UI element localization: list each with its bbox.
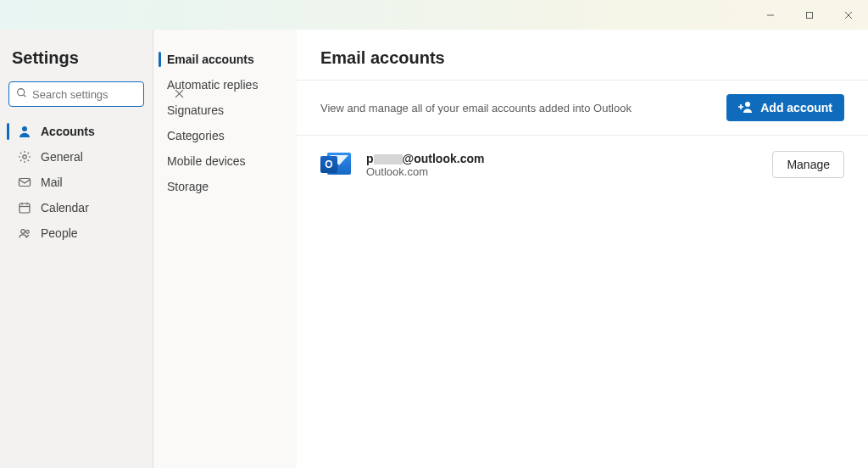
maximize-button[interactable] bbox=[790, 0, 829, 30]
svg-point-17 bbox=[745, 102, 750, 107]
subnav-item-label: Categories bbox=[167, 129, 225, 142]
main-header: Email accounts bbox=[297, 30, 868, 81]
account-type: Outlook.com bbox=[366, 165, 772, 178]
add-account-label: Add account bbox=[760, 101, 832, 114]
sidebar-item-label: Calendar bbox=[41, 201, 89, 214]
maximize-icon bbox=[805, 11, 814, 20]
svg-point-15 bbox=[21, 230, 25, 234]
sidebar-item-mail[interactable]: Mail bbox=[8, 170, 144, 195]
close-icon bbox=[844, 11, 853, 20]
subnav-item-storage[interactable]: Storage bbox=[153, 174, 297, 199]
sidebar-item-people[interactable]: People bbox=[8, 220, 144, 246]
manage-button[interactable]: Manage bbox=[772, 151, 844, 178]
svg-point-9 bbox=[23, 155, 26, 159]
svg-line-5 bbox=[24, 95, 25, 97]
sidebar-item-accounts[interactable]: Accounts bbox=[8, 119, 144, 144]
account-row: O pxxxx@outlook.com Outlook.com Manage bbox=[297, 136, 868, 193]
sidebar-item-label: Mail bbox=[41, 176, 63, 189]
page-title: Email accounts bbox=[320, 48, 844, 68]
sidebar-item-calendar[interactable]: Calendar bbox=[8, 195, 144, 220]
sidebar-item-label: People bbox=[41, 226, 78, 240]
mail-icon bbox=[17, 176, 32, 189]
settings-subnav: Email accounts Automatic replies Signatu… bbox=[153, 30, 297, 468]
account-email: pxxxx@outlook.com bbox=[366, 152, 772, 165]
account-info: pxxxx@outlook.com Outlook.com bbox=[366, 152, 772, 178]
svg-rect-10 bbox=[19, 179, 31, 187]
sidebar-item-label: Accounts bbox=[41, 125, 95, 138]
page-description: View and manage all of your email accoun… bbox=[320, 102, 632, 114]
subnav-item-automatic-replies[interactable]: Automatic replies bbox=[153, 72, 297, 98]
close-button[interactable] bbox=[829, 0, 868, 30]
add-person-icon bbox=[738, 99, 754, 117]
sidebar-item-general[interactable]: General bbox=[8, 144, 144, 170]
main-panel: Email accounts View and manage all of yo… bbox=[297, 30, 868, 468]
search-settings-box[interactable] bbox=[8, 81, 144, 107]
subnav-item-mobile-devices[interactable]: Mobile devices bbox=[153, 148, 297, 174]
svg-point-16 bbox=[26, 231, 30, 234]
gear-icon bbox=[17, 150, 32, 164]
sidebar-item-label: General bbox=[41, 150, 83, 164]
settings-title: Settings bbox=[12, 48, 141, 68]
description-row: View and manage all of your email accoun… bbox=[297, 81, 868, 136]
subnav-item-label: Automatic replies bbox=[167, 78, 258, 92]
title-bar bbox=[0, 0, 868, 30]
settings-sidebar: Settings Accounts General bbox=[0, 30, 153, 468]
minimize-icon bbox=[766, 11, 775, 20]
redacted-text: xxxx bbox=[374, 154, 403, 164]
search-icon bbox=[16, 87, 27, 101]
outlook-icon: O bbox=[320, 149, 351, 180]
subnav-item-label: Email accounts bbox=[167, 53, 254, 66]
svg-point-4 bbox=[18, 89, 25, 96]
svg-point-8 bbox=[22, 126, 27, 131]
calendar-icon bbox=[17, 201, 32, 214]
people-icon bbox=[17, 226, 32, 240]
subnav-item-categories[interactable]: Categories bbox=[153, 123, 297, 148]
subnav-item-label: Mobile devices bbox=[167, 154, 246, 168]
subnav-item-label: Signatures bbox=[167, 103, 224, 117]
person-icon bbox=[17, 125, 32, 138]
svg-rect-1 bbox=[807, 12, 813, 18]
subnav-item-email-accounts[interactable]: Email accounts bbox=[153, 47, 297, 72]
svg-rect-11 bbox=[19, 203, 30, 213]
subnav-item-signatures[interactable]: Signatures bbox=[153, 98, 297, 123]
subnav-item-label: Storage bbox=[167, 180, 209, 193]
add-account-button[interactable]: Add account bbox=[726, 94, 844, 121]
minimize-button[interactable] bbox=[751, 0, 790, 30]
